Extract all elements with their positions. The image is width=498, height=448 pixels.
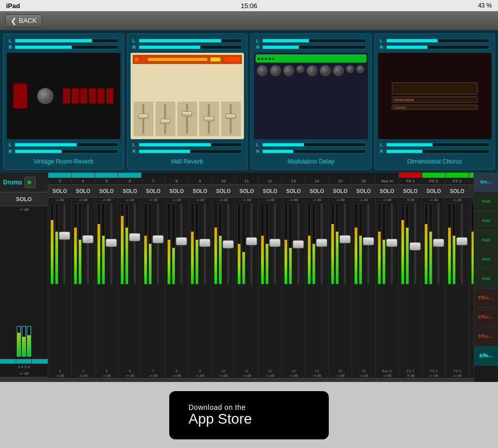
channel-strip-Aux In: Aux In SOLO -∞ dB Aux In -∞ dB MUTE — [376, 173, 399, 391]
fader-11[interactable] — [246, 203, 257, 284]
play-button[interactable] — [24, 177, 36, 188]
effects-panel: L R — [0, 30, 498, 173]
effect-name-hr: Hall Reverb — [171, 157, 203, 166]
fader-area-8 — [166, 202, 188, 369]
sidebar-btn-8[interactable]: Effec… — [474, 327, 498, 346]
ch-num: 15 — [338, 178, 343, 184]
channel-strip-3: 3 SOLO -∞ dB 3 -∞ dB MUTE — [48, 173, 72, 391]
app-store-button[interactable]: Download on the App Store — [169, 391, 329, 439]
fader-area-3 — [49, 202, 71, 369]
vu-bar-L — [15, 39, 118, 43]
effect-card-hall-reverb[interactable]: L R — [127, 34, 248, 170]
fader-area-4 — [73, 202, 94, 369]
fader-area-14 — [306, 202, 328, 369]
download-on-label: Download on the — [189, 403, 252, 411]
sidebar-btn-9[interactable]: Effe… — [474, 346, 498, 366]
fader-4[interactable] — [83, 203, 93, 284]
fader-16[interactable] — [363, 203, 374, 284]
time-display: 15:06 — [241, 2, 258, 10]
channel-strip-10: 10 SOLO -∞ dB 10 -∞ dB MUTE — [212, 173, 235, 391]
sidebar-btn-1[interactable]: Aux — [474, 192, 498, 211]
solo-button-3[interactable]: SOLO — [48, 184, 71, 198]
solo-button-9[interactable]: SOLO — [189, 184, 211, 198]
solo-button-8[interactable]: SOLO — [165, 184, 188, 198]
fader-15[interactable] — [340, 203, 350, 284]
sidebar-btn-0[interactable]: MA… — [474, 173, 498, 192]
solo-button-10[interactable]: SOLO — [212, 184, 235, 198]
fader-area-6 — [119, 202, 141, 369]
sidebar-btn-7[interactable]: Effec… — [474, 308, 498, 327]
solo-button-13[interactable]: SOLO — [282, 184, 305, 198]
fader-3[interactable] — [59, 203, 70, 284]
channel-strip-4: 4 SOLO -∞ dB 4 -∞ dB MUTE — [72, 173, 95, 391]
drums-label: Drums — [3, 179, 22, 186]
channel-strip-5: 5 SOLO -∞ dB 5 -∞ dB MUTE — [95, 173, 118, 391]
fader-9[interactable] — [200, 203, 210, 284]
ch-num: 3 — [58, 178, 60, 184]
vrr-sliders — [63, 88, 113, 104]
fader-area-FX 2 — [423, 202, 445, 369]
fader-FX 1[interactable] — [410, 203, 420, 284]
fader-area-7 — [143, 202, 164, 369]
fader-5[interactable] — [106, 203, 116, 284]
fader-area-15 — [330, 202, 351, 369]
effect-card-modulation-delay[interactable]: L R ■ ■ ■ ■ ■ — [251, 34, 371, 170]
solo-button-14[interactable]: SOLO — [305, 184, 328, 198]
fader-area-Aux In — [377, 202, 398, 369]
effect-name-vrr: Vintage Room Reverb — [34, 157, 94, 166]
ch-num: 7 — [152, 178, 154, 184]
sidebar-btn-3[interactable]: Aux — [474, 231, 498, 250]
solo-button-FX 2[interactable]: SOLO — [422, 184, 445, 198]
solo-button-FX 1[interactable]: SOLO — [399, 184, 422, 198]
channel-strip-13: 13 SOLO -∞ dB 13 -∞ dB MUTE — [282, 173, 305, 391]
ch-num: 8 — [175, 178, 177, 184]
fader-10[interactable] — [223, 203, 233, 284]
fader-13[interactable] — [293, 203, 303, 284]
effect-card-dimensional-chorus[interactable]: L R Dimensional Chorus — [375, 34, 495, 170]
ch-num: 12 — [268, 178, 272, 184]
effect-card-vintage-room-reverb[interactable]: L R — [3, 34, 124, 170]
vu-meters-top-vrr: L R — [7, 37, 120, 51]
fader-8[interactable] — [176, 203, 186, 284]
effect-image-md[interactable]: ■ ■ ■ ■ ■ — [254, 53, 368, 139]
sidebar-btn-5[interactable]: Aux — [474, 269, 498, 289]
sidebar-btn-4[interactable]: Aux — [474, 250, 498, 269]
fader-14[interactable] — [317, 203, 327, 284]
play-icon — [28, 180, 32, 185]
drums-solo-button[interactable]: SOLO — [0, 192, 48, 206]
solo-button-FX 4[interactable]: SOLO — [469, 184, 474, 198]
fader-6[interactable] — [130, 203, 140, 284]
fader-12[interactable] — [270, 203, 280, 284]
vrr-display — [13, 83, 27, 109]
solo-button-5[interactable]: SOLO — [95, 184, 118, 198]
solo-button-Aux In[interactable]: SOLO — [376, 184, 398, 198]
back-button[interactable]: ❮ BACK — [5, 14, 42, 27]
solo-button-15[interactable]: SOLO — [329, 184, 352, 198]
solo-button-6[interactable]: SOLO — [118, 184, 141, 198]
sidebar-btn-2[interactable]: Aux — [474, 211, 498, 231]
solo-button-11[interactable]: SOLO — [235, 184, 258, 198]
vrr-knob[interactable] — [37, 88, 53, 104]
solo-button-4[interactable]: SOLO — [72, 184, 95, 198]
effect-image-vrr[interactable] — [7, 53, 120, 139]
effect-image-hr[interactable] — [131, 53, 244, 139]
ch-num: Aux In — [381, 178, 393, 184]
solo-button-FX 3[interactable]: SOLO — [446, 184, 469, 198]
fader-Aux In[interactable] — [387, 203, 397, 284]
effect-name-md: Modulation Delay — [287, 157, 334, 166]
solo-button-7[interactable]: SOLO — [142, 184, 165, 198]
channel-strip-9: 9 SOLO -∞ dB 9 -∞ dB MUTE — [189, 173, 212, 391]
drums-header: Drums — [0, 173, 48, 192]
mixer-section: Drums SOLO -∞ dB 3 4 5 6 -∞ dB — [0, 173, 498, 391]
solo-button-12[interactable]: SOLO — [259, 184, 282, 198]
app-store-banner: Download on the App Store — [0, 382, 498, 448]
sidebar-btn-6[interactable]: Effec… — [474, 289, 498, 308]
effect-image-dc[interactable]: Dimensional Chorus — [378, 53, 492, 139]
solo-button-16[interactable]: SOLO — [352, 184, 375, 198]
fader-FX 3[interactable] — [457, 203, 467, 284]
ch-num: 6 — [129, 178, 131, 184]
fader-7[interactable] — [153, 203, 163, 284]
fader-area-13 — [283, 202, 304, 369]
fader-FX 2[interactable] — [433, 203, 444, 284]
ch-num: 4 — [82, 178, 84, 184]
